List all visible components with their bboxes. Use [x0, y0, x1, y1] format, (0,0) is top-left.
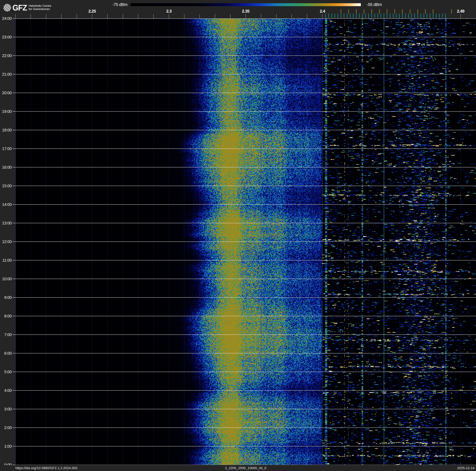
time-tick-label: 8:00: [0, 314, 12, 318]
time-tick: [12, 111, 15, 112]
time-tick: [12, 297, 15, 298]
time-tick: [12, 167, 15, 167]
time-tick-label: 4:00: [0, 388, 12, 393]
ble-channel-tick: [335, 14, 335, 18]
wifi-channel-tick: [348, 9, 349, 14]
time-tick: [12, 186, 15, 186]
time-tick-label: 18:00: [0, 128, 12, 132]
ble-channel-tick: [344, 14, 344, 18]
freq-minor-tick: [123, 14, 123, 18]
time-tick-label: 15:00: [0, 183, 12, 188]
time-tick-label: 20:00: [0, 91, 12, 95]
ble-channel-tick: [396, 14, 396, 18]
wifi-channel-tick: [425, 9, 426, 14]
ble-channel-tick: [445, 14, 446, 18]
freq-minor-tick: [322, 14, 323, 18]
time-tick-label: 17:00: [0, 146, 12, 151]
freq-minor-tick: [200, 14, 200, 18]
ble-channel-tick: [414, 14, 415, 18]
spectrogram-canvas: [15, 18, 476, 465]
wifi-channel-tick: [394, 9, 395, 14]
time-tick: [12, 18, 15, 18]
time-tick-label: 11:00: [0, 258, 12, 263]
wifi-channel-tick: [402, 9, 403, 14]
date-label: 2025-12-14: [457, 466, 475, 470]
time-tick-label: 2:00: [0, 425, 12, 430]
ble-channel-tick: [368, 14, 369, 18]
station-label: 2_2200_2500_10000_40_0: [225, 466, 266, 470]
freq-minor-tick: [138, 14, 138, 18]
ble-channel-tick: [332, 14, 332, 18]
time-tick-label: 22:00: [0, 53, 12, 58]
ble-channel-tick: [365, 14, 366, 18]
ble-channel-tick: [341, 14, 341, 18]
ble-channel-tick: [439, 14, 440, 18]
ble-channel-tick: [430, 14, 430, 18]
ble-channel-tick: [418, 14, 418, 18]
ble-channel-tick: [338, 14, 338, 18]
ble-channel-tick: [399, 14, 400, 18]
time-tick: [12, 334, 15, 335]
time-tick: [12, 372, 15, 372]
freq-tick-label: 2.35: [242, 9, 250, 14]
ble-channel-tick: [372, 14, 372, 18]
freq-minor-tick: [261, 14, 261, 18]
freq-minor-tick: [184, 14, 184, 18]
time-tick: [12, 148, 15, 149]
ble-channel-tick: [427, 14, 427, 18]
freq-minor-tick: [276, 14, 276, 18]
ble-channel-tick: [378, 14, 378, 18]
ble-channel-tick: [325, 14, 326, 18]
time-tick-label: 23:00: [0, 35, 12, 39]
time-tick: [12, 130, 15, 130]
time-tick-label: 24:00: [0, 16, 12, 21]
ble-channel-tick: [442, 14, 442, 18]
freq-minor-tick: [460, 14, 461, 18]
time-tick-label: 10:00: [0, 276, 12, 281]
ble-channel-tick: [362, 14, 363, 18]
ble-channel-tick: [402, 14, 403, 18]
time-tick: [12, 390, 15, 391]
freq-minor-tick: [61, 14, 62, 18]
wifi-channel-tick: [379, 9, 380, 14]
time-tick: [12, 316, 15, 316]
ble-channel-tick: [356, 14, 357, 18]
wifi-channel-tick: [364, 9, 364, 14]
doi-link[interactable]: https://doi.org/10.5880/GFZ.1.2.2024.003: [15, 466, 77, 470]
ble-channel-tick: [347, 14, 347, 18]
ble-channel-tick: [374, 14, 375, 18]
footer: https://doi.org/10.5880/GFZ.1.2.2024.003…: [0, 465, 476, 471]
time-tick: [12, 241, 15, 242]
time-tick-label: 12:00: [0, 239, 12, 244]
wifi-channel-tick: [410, 9, 410, 14]
wifi-channel-tick: [433, 9, 433, 14]
time-tick-label: 5:00: [0, 370, 12, 374]
time-tick: [12, 428, 15, 428]
time-tick: [12, 37, 15, 37]
freq-minor-tick: [169, 14, 169, 18]
freq-minor-tick: [92, 14, 92, 18]
header: GFZ Helmholtz Centre for Geosciences -75…: [0, 0, 476, 18]
time-tick: [12, 353, 15, 353]
ble-channel-tick: [405, 14, 406, 18]
freq-minor-tick: [307, 14, 307, 18]
freq-minor-tick: [31, 14, 31, 18]
wifi-channel-tick: [372, 9, 372, 14]
wifi-channel-tick: [341, 9, 341, 14]
frequency-axis: 2.252.32.352.42.49: [0, 0, 476, 18]
wifi-channel-tick: [451, 9, 452, 14]
freq-tick-label: 2.4: [320, 9, 325, 14]
freq-tick-label: 2.3: [166, 9, 172, 14]
time-tick: [12, 223, 15, 223]
time-tick-label: 3:00: [0, 407, 12, 411]
freq-minor-tick: [46, 14, 46, 18]
ble-channel-tick: [353, 14, 354, 18]
time-tick: [12, 204, 15, 205]
ble-channel-tick: [408, 14, 409, 18]
time-tick-label: 9:00: [0, 295, 12, 300]
time-tick: [12, 279, 15, 279]
time-tick: [12, 55, 15, 56]
freq-minor-tick: [107, 14, 108, 18]
time-tick: [12, 409, 15, 409]
ble-channel-tick: [436, 14, 436, 18]
